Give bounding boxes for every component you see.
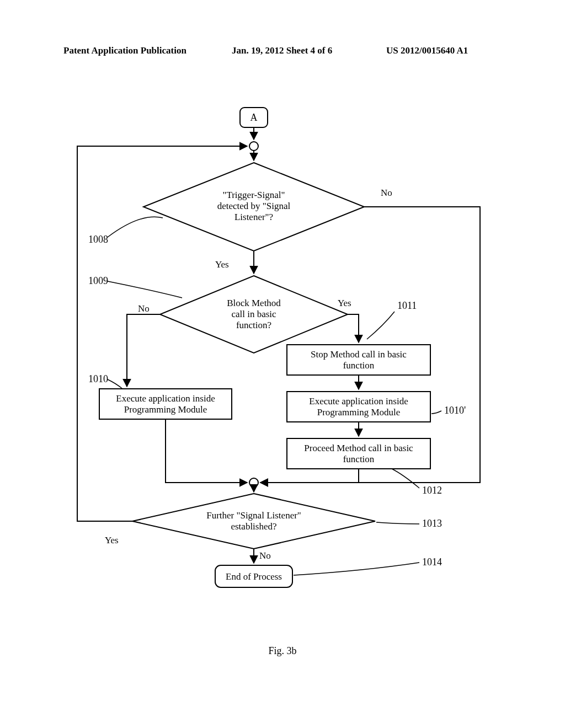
d1009-no: No: [138, 303, 150, 314]
flowchart: A "Trigger-Signal" detected by "Signal L…: [55, 108, 508, 631]
ref-1013: 1013: [422, 518, 442, 529]
decision-1009-l3: function?: [236, 320, 271, 330]
process-1010p-l2: Programming Module: [317, 407, 401, 417]
page: Patent Application Publication Jan. 19, …: [0, 0, 565, 728]
figure-caption: Fig. 3b: [0, 645, 565, 657]
terminator-end-l1: End of Process: [226, 571, 282, 582]
ref-1014: 1014: [422, 556, 442, 568]
decision-1009-l2: call in basic: [231, 309, 276, 319]
ref-1008: 1008: [88, 234, 108, 245]
decision-1008-l2: detected by "Signal: [217, 201, 291, 211]
connector-a-label: A: [250, 112, 258, 123]
process-1010p-l1: Execute application inside: [309, 396, 408, 406]
junction-top: [249, 142, 258, 151]
ref-1010: 1010: [88, 373, 108, 384]
header-left: Patent Application Publication: [63, 45, 186, 56]
decision-1013-l1: Further "Signal Listener": [206, 510, 301, 521]
junction-mid: [249, 478, 258, 487]
d1013-yes: Yes: [105, 535, 119, 545]
d1009-yes: Yes: [338, 298, 351, 308]
decision-1009-l1: Block Method: [227, 298, 281, 308]
ref-1012: 1012: [422, 485, 442, 496]
process-1012-l2: function: [343, 454, 375, 464]
d1013-no: No: [259, 550, 271, 561]
d1008-yes: Yes: [215, 259, 229, 270]
decision-1013-l2: established?: [231, 521, 276, 532]
ref-1009: 1009: [88, 275, 108, 286]
decision-1008-l1: "Trigger-Signal": [222, 190, 285, 200]
process-1010-l1: Execute application inside: [116, 393, 215, 404]
process-1012-l1: Proceed Method call in basic: [304, 443, 413, 453]
decision-1008-l3: Listener"?: [234, 212, 273, 222]
d1008-no: No: [381, 188, 392, 198]
process-1010-l2: Programming Module: [124, 404, 207, 415]
process-1011-l2: function: [343, 360, 375, 371]
ref-1011: 1011: [397, 300, 417, 311]
header-right: US 2012/0015640 A1: [386, 45, 468, 56]
page-header: Patent Application Publication Jan. 19, …: [0, 45, 565, 62]
process-1011-l1: Stop Method call in basic: [311, 349, 407, 360]
header-mid: Jan. 19, 2012 Sheet 4 of 6: [232, 45, 332, 56]
ref-1010p: 1010': [444, 405, 466, 416]
